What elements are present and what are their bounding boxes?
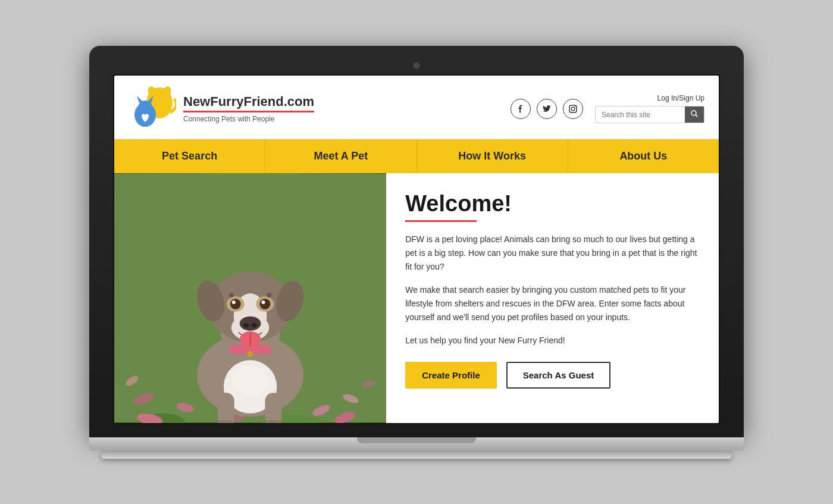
laptop-base <box>89 437 744 450</box>
site-main: Welcome! DFW is a pet loving place! Anim… <box>114 173 719 423</box>
welcome-paragraph-1: DFW is a pet loving place! Animals can b… <box>405 233 700 274</box>
create-profile-button[interactable]: Create Profile <box>405 362 497 389</box>
svg-rect-25 <box>218 393 234 423</box>
svg-marker-6 <box>137 96 143 103</box>
site-header: NewFurryFriend.com Connecting Pets with … <box>114 76 719 139</box>
svg-rect-26 <box>265 393 281 423</box>
svg-point-42 <box>230 298 241 309</box>
svg-point-44 <box>232 300 236 303</box>
login-link[interactable]: Log In/Sign Up <box>657 94 704 102</box>
svg-point-43 <box>259 298 270 309</box>
search-button[interactable] <box>685 107 704 123</box>
logo-tagline: Connecting Pets with People <box>183 115 314 123</box>
laptop-frame: NewFurryFriend.com Connecting Pets with … <box>89 46 744 459</box>
laptop-foot <box>101 450 732 459</box>
welcome-paragraph-2: We make that search easier by bringing y… <box>405 283 700 324</box>
svg-point-35 <box>240 316 261 330</box>
nav-about-us[interactable]: About Us <box>568 139 719 173</box>
logo-area: NewFurryFriend.com Connecting Pets with … <box>129 85 499 133</box>
welcome-title: Welcome! <box>405 191 700 217</box>
pet-photo-inner <box>114 173 386 423</box>
laptop-screen: NewFurryFriend.com Connecting Pets with … <box>113 74 720 424</box>
nav-how-it-works[interactable]: How It Works <box>417 139 568 173</box>
svg-point-49 <box>267 293 271 298</box>
svg-point-9 <box>571 107 575 111</box>
logo-underline <box>183 111 314 112</box>
svg-point-45 <box>261 300 265 303</box>
social-icons <box>511 99 583 119</box>
logo-text-area: NewFurryFriend.com Connecting Pets with … <box>183 94 314 123</box>
search-as-guest-button[interactable]: Search As Guest <box>506 362 611 389</box>
camera <box>414 62 419 68</box>
svg-point-36 <box>243 323 249 327</box>
svg-point-10 <box>575 106 576 107</box>
cta-buttons: Create Profile Search As Guest <box>405 362 700 389</box>
nav-pet-search[interactable]: Pet Search <box>114 139 265 173</box>
instagram-icon[interactable] <box>563 99 583 119</box>
logo-icon <box>129 85 176 133</box>
site-nav: Pet Search Meet A Pet How It Works About… <box>114 139 719 173</box>
search-input[interactable] <box>596 107 685 123</box>
header-right: Log In/Sign Up <box>595 94 704 123</box>
search-bar <box>595 106 704 123</box>
svg-point-5 <box>138 101 152 115</box>
welcome-underline <box>405 220 477 222</box>
facebook-icon[interactable] <box>511 99 531 119</box>
welcome-paragraph-3: Let us help you find your New Furry Frie… <box>405 334 700 348</box>
twitter-icon[interactable] <box>537 99 557 119</box>
svg-point-50 <box>233 366 268 396</box>
pet-photo-area <box>114 173 386 423</box>
laptop-body: NewFurryFriend.com Connecting Pets with … <box>89 46 744 437</box>
svg-rect-8 <box>569 105 577 112</box>
content-area: Welcome! DFW is a pet loving place! Anim… <box>386 173 719 423</box>
svg-point-31 <box>248 350 253 356</box>
svg-point-37 <box>252 323 258 327</box>
svg-point-48 <box>229 293 234 298</box>
nav-meet-a-pet[interactable]: Meet A Pet <box>265 139 416 173</box>
logo-title: NewFurryFriend.com <box>183 94 314 109</box>
svg-line-12 <box>696 115 697 117</box>
laptop-hinge <box>357 437 476 443</box>
